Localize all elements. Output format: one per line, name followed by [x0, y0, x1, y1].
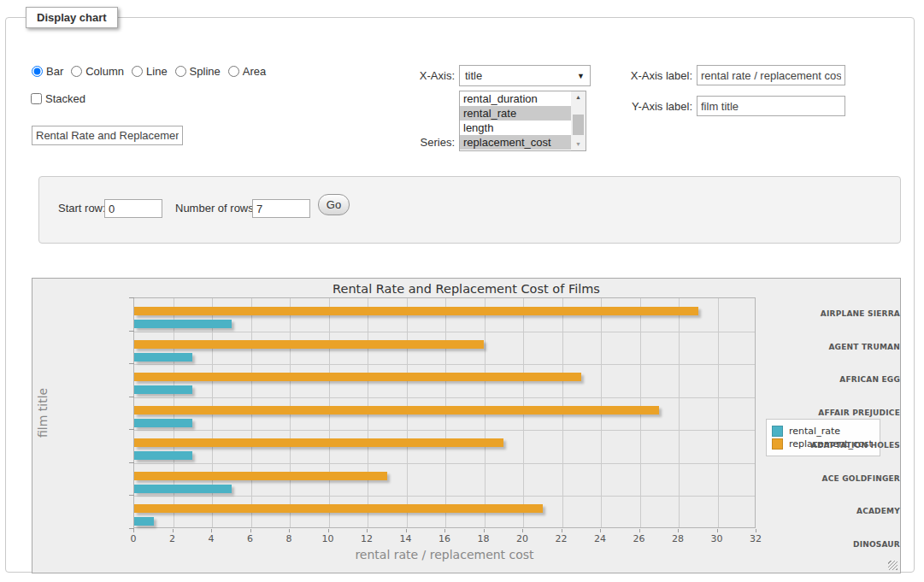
row-params-panel: Start row: Number of rows: Go: [38, 176, 901, 244]
gridline: [679, 298, 680, 527]
x-tick-label: 32: [750, 533, 762, 544]
y-category-label: ACADEMY DINOSAUR: [808, 495, 900, 528]
display-chart-panel: BarColumnLineSplineArea Stacked X-Axis: …: [5, 17, 915, 573]
chart-type-label: Bar: [46, 65, 63, 78]
x-tick-mark: [522, 529, 523, 532]
x-tick-mark: [211, 529, 212, 532]
x-tick-label: 26: [633, 533, 645, 544]
bar-rental_rate: [134, 517, 154, 526]
chart-title: Rental Rate and Replacement Cost of Film…: [32, 282, 900, 296]
scroll-up-icon[interactable]: ▲: [571, 91, 586, 103]
x-tick-mark: [444, 529, 445, 532]
y-category-label: ADAPTATION HOLES: [808, 429, 900, 462]
bar-replacement_cost: [134, 307, 698, 315]
num-rows-input[interactable]: [252, 199, 310, 218]
x-tick-label: 10: [322, 533, 334, 544]
y-tick-mark: [129, 462, 134, 463]
gridline: [134, 463, 755, 464]
chart-type-option-spline[interactable]: Spline: [175, 65, 221, 78]
num-rows-label: Number of rows:: [175, 202, 256, 215]
go-button[interactable]: Go: [318, 194, 350, 215]
bar-rental_rate: [134, 320, 232, 328]
bar-rental_rate: [134, 353, 192, 362]
chart-container: Rental Rate and Replacement Cost of Film…: [32, 278, 901, 573]
x-tick-mark: [600, 529, 601, 532]
x-tick-mark: [289, 529, 290, 532]
chart-type-radio-spline[interactable]: [175, 66, 186, 77]
chart-type-radio-column[interactable]: [71, 66, 82, 77]
y-category-label: AIRPLANE SIERRA: [808, 297, 900, 331]
stacked-checkbox[interactable]: [31, 93, 42, 104]
series-option-rental_rate[interactable]: rental_rate: [460, 106, 571, 121]
series-option-rental_duration[interactable]: rental_duration: [460, 91, 571, 106]
gridline: [134, 496, 755, 497]
stacked-label: Stacked: [45, 92, 85, 105]
xaxis-select[interactable]: title ▼: [459, 65, 591, 86]
series-option-length[interactable]: length: [460, 121, 571, 135]
y-tick-mark: [129, 397, 134, 397]
x-tick-mark: [756, 529, 756, 532]
series-listbox[interactable]: rental_durationrental_ratelengthreplacem…: [459, 91, 586, 151]
x-tick-mark: [250, 529, 251, 532]
resize-handle-icon[interactable]: [888, 561, 898, 570]
x-tick-label: 20: [516, 533, 528, 544]
bar-replacement_cost: [134, 373, 581, 381]
x-tick-mark: [133, 529, 134, 532]
y-category-label: AGENT TRUMAN: [808, 331, 900, 364]
bar-replacement_cost: [134, 472, 387, 480]
panel-title: Display chart: [26, 7, 118, 28]
series-list-label: Series:: [395, 136, 455, 150]
chart-type-label: Spline: [190, 65, 221, 78]
x-tick-label: 0: [131, 533, 137, 544]
x-tick-label: 12: [361, 533, 373, 544]
series-option-replacement_cost[interactable]: replacement_cost: [460, 135, 571, 150]
chart-type-radio-line[interactable]: [132, 66, 143, 77]
x-tick-label: 22: [556, 533, 568, 544]
chart-type-radio-bar[interactable]: [32, 66, 43, 77]
y-axis-title: film title: [36, 297, 51, 528]
chart-type-radio-area[interactable]: [228, 66, 239, 77]
x-axis-title: rental rate / replacement cost: [133, 548, 756, 561]
chart-type-option-bar[interactable]: Bar: [32, 65, 63, 78]
stacked-option[interactable]: Stacked: [31, 92, 85, 105]
scroll-down-icon[interactable]: ▼: [571, 138, 586, 150]
bar-replacement_cost: [134, 340, 484, 349]
x-tick-mark: [406, 529, 407, 532]
x-tick-label: 30: [711, 533, 723, 544]
chart-type-group: BarColumnLineSplineArea: [32, 65, 274, 78]
x-tick-label: 2: [169, 533, 175, 544]
y-category-label: AFRICAN EGG: [808, 363, 900, 397]
x-tick-label: 14: [400, 533, 412, 544]
gridline: [134, 430, 755, 431]
yaxis-text-label: Y-Axis label:: [607, 100, 692, 114]
gridline: [134, 397, 755, 398]
series-options: rental_durationrental_ratelengthreplacem…: [460, 91, 571, 150]
x-tick-mark: [639, 529, 640, 532]
x-tick-label: 6: [247, 533, 253, 544]
y-tick-mark: [129, 331, 134, 332]
chart-type-option-column[interactable]: Column: [71, 65, 124, 78]
y-tick-mark: [129, 528, 134, 529]
x-tick-label: 4: [209, 533, 215, 544]
gridline: [134, 332, 755, 332]
bar-rental_rate: [134, 451, 192, 460]
chart-type-option-line[interactable]: Line: [132, 65, 168, 78]
x-tick-label: 18: [478, 533, 490, 544]
series-scrollbar[interactable]: ▲ ▼: [571, 91, 586, 150]
bar-rental_rate: [134, 385, 192, 394]
x-tick-label: 8: [286, 533, 292, 544]
scroll-thumb[interactable]: [573, 115, 584, 135]
gridline: [718, 298, 719, 527]
yaxis-label-input[interactable]: [697, 96, 845, 116]
chart-type-option-area[interactable]: Area: [228, 65, 266, 78]
y-tick-mark: [129, 495, 134, 496]
legend-swatch-icon: [772, 438, 783, 450]
x-tick-mark: [717, 529, 718, 532]
chart-title-input[interactable]: [32, 126, 183, 145]
start-row-input[interactable]: [104, 199, 162, 218]
x-tick-mark: [562, 529, 562, 532]
chart-type-label: Column: [85, 65, 124, 78]
y-category-label: AFFAIR PREJUDICE: [808, 397, 900, 430]
xaxis-label-input[interactable]: [697, 65, 845, 85]
xaxis-select-label: X-Axis:: [395, 69, 455, 83]
